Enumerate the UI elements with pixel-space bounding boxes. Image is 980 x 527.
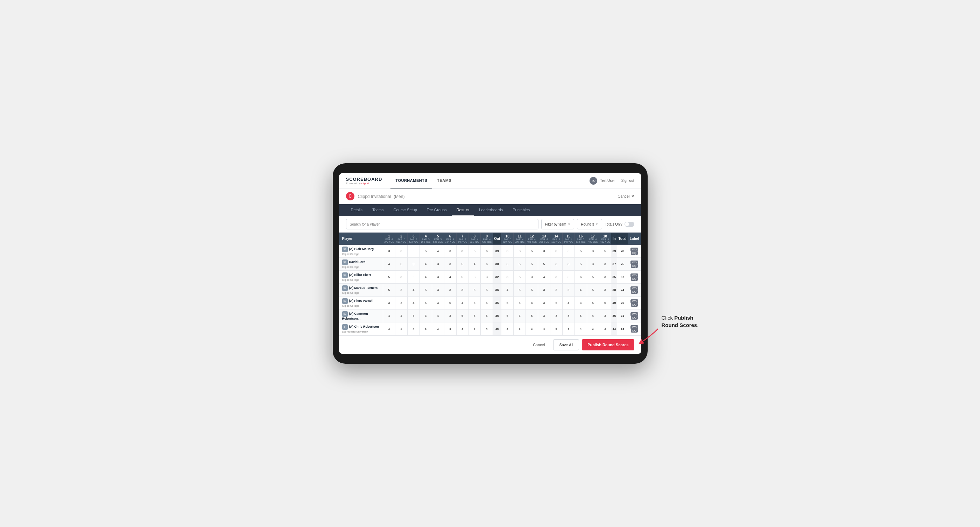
score-hole-12[interactable]: 5 [526, 245, 538, 258]
score-hole-14[interactable]: 5 [550, 297, 562, 310]
score-hole-12[interactable]: 3 [526, 322, 538, 335]
score-hole-5[interactable]: 3 [432, 258, 444, 271]
score-hole-7[interactable]: 5 [456, 310, 468, 322]
score-hole-18[interactable]: 3 [599, 271, 611, 284]
tab-leaderboards[interactable]: Leaderboards [474, 204, 508, 216]
score-hole-4[interactable]: 5 [420, 284, 432, 297]
score-hole-12[interactable]: 4 [526, 297, 538, 310]
score-hole-17[interactable]: 3 [587, 322, 599, 335]
dq-badge[interactable]: DQ [631, 277, 638, 281]
score-hole-4[interactable]: 5 [420, 245, 432, 258]
score-hole-3[interactable]: 5 [407, 310, 420, 322]
tab-results[interactable]: Results [452, 204, 474, 216]
score-hole-3[interactable]: 3 [407, 258, 420, 271]
score-hole-6[interactable]: 4 [444, 271, 456, 284]
score-hole-12[interactable]: 5 [526, 310, 538, 322]
score-hole-1[interactable]: 4 [383, 310, 395, 322]
score-hole-9[interactable]: 5 [481, 297, 493, 310]
score-hole-3[interactable]: 5 [407, 245, 420, 258]
score-hole-13[interactable]: 4 [538, 271, 550, 284]
score-hole-4[interactable]: 4 [420, 258, 432, 271]
score-hole-13[interactable]: 3 [538, 284, 550, 297]
score-hole-18[interactable]: 3 [599, 258, 611, 271]
tab-teams[interactable]: Teams [368, 204, 388, 216]
score-hole-2[interactable]: 3 [395, 297, 407, 310]
score-hole-1[interactable]: 3 [383, 297, 395, 310]
tab-tee-groups[interactable]: Tee Groups [422, 204, 452, 216]
score-hole-4[interactable]: 4 [420, 271, 432, 284]
score-hole-14[interactable]: 3 [550, 310, 562, 322]
dq-badge[interactable]: DQ [631, 251, 638, 255]
score-hole-3[interactable]: 4 [407, 284, 420, 297]
score-hole-11[interactable]: 5 [514, 322, 526, 335]
dq-badge[interactable]: DQ [631, 303, 638, 307]
score-hole-11[interactable]: 3 [514, 245, 526, 258]
score-hole-10[interactable]: 5 [501, 297, 514, 310]
score-hole-5[interactable]: 3 [432, 322, 444, 335]
score-hole-7[interactable]: 3 [456, 322, 468, 335]
score-hole-14[interactable]: 5 [550, 322, 562, 335]
score-hole-11[interactable]: 5 [514, 284, 526, 297]
score-hole-2[interactable]: 3 [395, 284, 407, 297]
score-hole-5[interactable]: 3 [432, 284, 444, 297]
score-hole-18[interactable]: 3 [599, 284, 611, 297]
score-hole-15[interactable]: 5 [562, 245, 574, 258]
score-hole-17[interactable]: 3 [587, 258, 599, 271]
score-hole-4[interactable]: 5 [420, 297, 432, 310]
publish-round-scores-btn[interactable]: Publish Round Scores [582, 339, 634, 351]
score-hole-7[interactable]: 5 [456, 258, 468, 271]
score-hole-16[interactable]: 4 [574, 284, 587, 297]
sign-out-link[interactable]: Sign out [621, 179, 634, 183]
score-hole-18[interactable]: 5 [599, 245, 611, 258]
score-hole-16[interactable]: 5 [574, 245, 587, 258]
tab-details[interactable]: Details [346, 204, 368, 216]
score-hole-13[interactable]: 3 [538, 297, 550, 310]
score-hole-8[interactable]: 5 [468, 245, 481, 258]
score-hole-8[interactable]: 5 [468, 284, 481, 297]
score-hole-9[interactable]: 6 [481, 245, 493, 258]
score-hole-11[interactable]: 3 [514, 310, 526, 322]
score-hole-8[interactable]: 3 [468, 271, 481, 284]
score-hole-16[interactable]: 4 [574, 322, 587, 335]
score-hole-1[interactable]: 4 [383, 258, 395, 271]
nav-teams[interactable]: TEAMS [432, 173, 456, 189]
score-hole-7[interactable]: 4 [456, 297, 468, 310]
score-hole-14[interactable]: 3 [550, 284, 562, 297]
totals-toggle-switch[interactable] [625, 222, 634, 227]
score-hole-11[interactable]: 5 [514, 297, 526, 310]
score-hole-2[interactable]: 3 [395, 271, 407, 284]
score-hole-10[interactable]: 3 [501, 322, 514, 335]
score-hole-10[interactable]: 4 [501, 284, 514, 297]
score-hole-4[interactable]: 5 [420, 322, 432, 335]
score-hole-13[interactable]: 5 [538, 258, 550, 271]
score-hole-9[interactable]: 5 [481, 310, 493, 322]
score-hole-18[interactable]: 3 [599, 322, 611, 335]
score-hole-6[interactable]: 3 [444, 245, 456, 258]
score-hole-5[interactable]: 4 [432, 310, 444, 322]
score-hole-12[interactable]: 5 [526, 284, 538, 297]
score-hole-2[interactable]: 3 [395, 245, 407, 258]
score-hole-2[interactable]: 4 [395, 310, 407, 322]
score-hole-9[interactable]: 3 [481, 271, 493, 284]
score-hole-8[interactable]: 3 [468, 310, 481, 322]
score-hole-6[interactable]: 4 [444, 322, 456, 335]
score-hole-5[interactable]: 4 [432, 245, 444, 258]
score-hole-13[interactable]: 4 [538, 322, 550, 335]
score-hole-2[interactable]: 6 [395, 258, 407, 271]
score-hole-15[interactable]: 5 [562, 284, 574, 297]
score-hole-10[interactable]: 3 [501, 245, 514, 258]
score-hole-11[interactable]: 5 [514, 271, 526, 284]
score-hole-5[interactable]: 3 [432, 271, 444, 284]
save-all-btn[interactable]: Save All [553, 339, 579, 351]
score-hole-16[interactable]: 5 [574, 310, 587, 322]
score-hole-8[interactable]: 3 [468, 297, 481, 310]
score-hole-11[interactable]: 5 [514, 258, 526, 271]
score-hole-17[interactable]: 5 [587, 284, 599, 297]
score-hole-14[interactable]: 3 [550, 271, 562, 284]
score-hole-6[interactable]: 3 [444, 258, 456, 271]
score-hole-10[interactable]: 6 [501, 310, 514, 322]
score-hole-15[interactable]: 5 [562, 271, 574, 284]
score-hole-12[interactable]: 5 [526, 258, 538, 271]
cancel-header-btn[interactable]: Cancel ✕ [617, 194, 634, 198]
dq-badge[interactable]: DQ [631, 316, 638, 320]
